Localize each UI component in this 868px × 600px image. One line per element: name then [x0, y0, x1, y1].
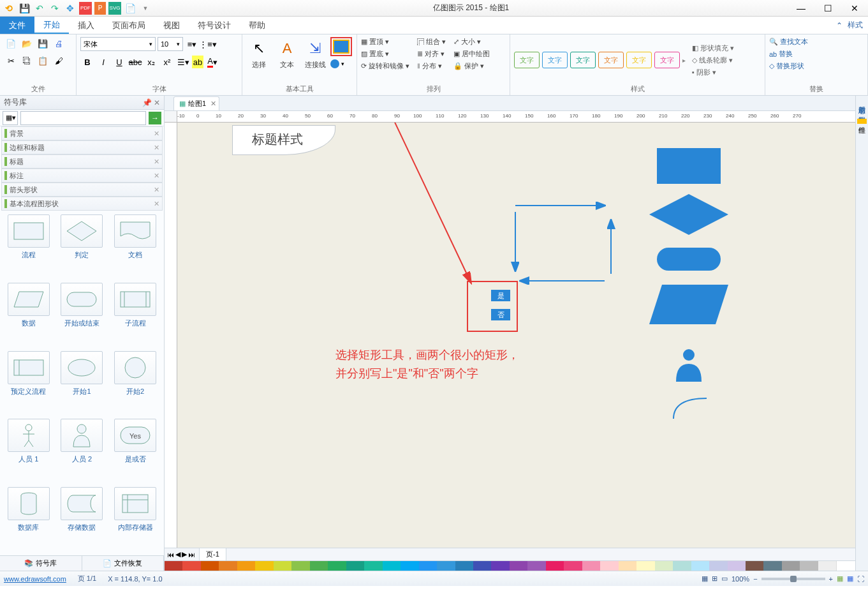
qat-ppt-icon[interactable]: P — [94, 2, 106, 15]
underline-button[interactable]: U — [112, 56, 126, 68]
collapse-ribbon-icon[interactable]: ⌃ — [836, 21, 842, 30]
page-first-icon[interactable]: ⏮ — [167, 551, 174, 559]
close-tab-icon[interactable]: ✕ — [210, 100, 216, 108]
qat-undo-icon[interactable]: ↶ — [33, 2, 46, 15]
shape-person2[interactable]: 人员 2 — [57, 419, 107, 483]
symlib-cat-arrow[interactable]: 箭头形状✕ — [1, 183, 163, 197]
qat-pdf-icon[interactable]: PDF — [79, 2, 92, 15]
replace-icon[interactable]: ab — [769, 50, 777, 58]
line-spacing-icon[interactable]: ☰▾ — [176, 56, 190, 68]
shape-internal-storage[interactable]: 内部存储器 — [110, 487, 160, 551]
fullscreen-icon[interactable]: ⛶ — [857, 575, 864, 583]
font-size-combo[interactable]: 10▾ — [158, 37, 183, 51]
cut-icon[interactable]: ✂ — [4, 54, 18, 67]
demo-arrow-left[interactable] — [515, 274, 611, 287]
font-name-combo[interactable]: 宋体▾ — [80, 37, 156, 51]
demo-arrow-down[interactable] — [509, 212, 522, 276]
qat-dropdown-icon[interactable]: ▼ — [139, 2, 152, 15]
tab-insert[interactable]: 插入 — [69, 17, 103, 34]
style-pane-button[interactable]: 样式 — [848, 20, 863, 31]
shape-document[interactable]: 文档 — [110, 214, 160, 279]
shape-yesno[interactable]: Yes是或否 — [110, 419, 160, 483]
symlib-cat-bg[interactable]: 背景✕ — [1, 126, 163, 140]
paste-icon[interactable]: 📋 — [36, 54, 50, 67]
find-icon[interactable]: 🔍 — [769, 38, 778, 46]
size-icon[interactable]: ⤢ — [453, 38, 459, 46]
shape-person1[interactable]: 人员 1 — [4, 419, 54, 483]
rotate-icon[interactable]: ⟳ — [361, 62, 367, 70]
view-btn-3[interactable]: ▭ — [721, 574, 728, 583]
close-button[interactable]: ✕ — [841, 0, 868, 17]
page-last-icon[interactable]: ⏭ — [188, 551, 195, 559]
shape-predefined[interactable]: 预定义流程 — [4, 351, 54, 416]
align-dropdown-icon[interactable]: ≡▾ — [185, 38, 199, 50]
fill-icon[interactable]: ◧ — [692, 44, 698, 52]
bold-button[interactable]: B — [80, 56, 94, 68]
no-rect[interactable]: 否 — [491, 309, 510, 320]
rail-help[interactable]: 动态帮助 — [857, 98, 867, 103]
outline-icon[interactable]: ◇ — [692, 56, 697, 64]
tab-home[interactable]: 开始 — [34, 17, 69, 34]
style-chip-yellow[interactable]: 文字 — [626, 52, 652, 68]
italic-button[interactable]: I — [96, 56, 110, 68]
format-painter-icon[interactable]: 🖌 — [52, 54, 66, 67]
qat-svg-icon[interactable]: SVG — [108, 2, 121, 15]
symlib-cat-border[interactable]: 边框和标题✕ — [1, 140, 163, 154]
demo-parallelogram[interactable] — [649, 285, 728, 324]
align-icon[interactable]: ≣ — [417, 50, 423, 58]
new-doc-icon[interactable]: 📄 — [4, 37, 18, 50]
shape-start1[interactable]: 开始1 — [57, 351, 107, 416]
page-prev-icon[interactable]: ◀ — [175, 550, 180, 559]
shape-decision[interactable]: 判定 — [57, 214, 107, 279]
copy-icon[interactable]: ⿻ — [20, 54, 34, 67]
superscript-button[interactable]: x² — [160, 56, 174, 68]
rail-misc[interactable]: 组件 — [857, 119, 867, 124]
app-logo-icon[interactable]: ⟲ — [3, 2, 15, 15]
page-next-icon[interactable]: ▶ — [182, 550, 187, 559]
zoom-out-icon[interactable]: − — [753, 575, 757, 583]
replace-shape-icon[interactable]: ◇ — [769, 62, 774, 70]
qat-redo-icon[interactable]: ↷ — [48, 2, 61, 15]
demo-rectangle[interactable] — [657, 148, 721, 184]
symlib-cat-title[interactable]: 标题✕ — [1, 154, 163, 169]
open-icon[interactable]: 📂 — [20, 37, 34, 50]
shape-stored-data[interactable]: 存储数据 — [57, 487, 107, 551]
tab-help[interactable]: 帮助 — [240, 17, 274, 34]
bottom-tab-symlib[interactable]: 📚 符号库 — [0, 556, 82, 571]
style-chip-orange[interactable]: 文字 — [598, 52, 624, 68]
symlib-cat-flowchart[interactable]: 基本流程图形状✕ — [1, 197, 163, 211]
list-dropdown-icon[interactable]: ⋮≡▾ — [201, 38, 215, 50]
highlight-icon[interactable]: ab — [192, 56, 203, 68]
tab-symbol[interactable]: 符号设计 — [189, 17, 240, 34]
style-chip-pink[interactable]: 文字 — [654, 52, 680, 68]
symlib-cat-callout[interactable]: 标注✕ — [1, 169, 163, 183]
style-chip-teal[interactable]: 文字 — [570, 52, 596, 68]
ellipse-tool[interactable] — [330, 59, 339, 68]
subscript-button[interactable]: x₂ — [144, 56, 158, 68]
shape-database[interactable]: 数据库 — [4, 487, 54, 551]
status-icon-a[interactable]: ▦ — [837, 574, 843, 583]
status-url[interactable]: www.edrawsoft.com — [4, 575, 66, 583]
shape-terminator[interactable]: 开始或结束 — [57, 283, 107, 347]
canvas[interactable]: 标题样式 是 否 选择矩形工具，画两个很小的矩形， 并分别写上"是"和"否"两个… — [177, 123, 855, 548]
shadow-icon[interactable]: ▪ — [692, 68, 695, 76]
symlib-go-icon[interactable]: → — [149, 112, 161, 124]
distribute-icon[interactable]: ⫴ — [417, 62, 420, 70]
demo-arc[interactable] — [671, 396, 709, 421]
doc-tab-1[interactable]: ▦ 绘图1 ✕ — [173, 96, 219, 110]
style-chip-blue[interactable]: 文字 — [542, 52, 568, 68]
yes-rect[interactable]: 是 — [491, 290, 510, 301]
demo-terminator[interactable] — [657, 248, 721, 271]
view-btn-2[interactable]: ⊞ — [712, 574, 717, 583]
demo-arrow-right[interactable] — [515, 199, 611, 212]
group-icon[interactable]: ⿸ — [417, 38, 424, 46]
file-menu[interactable]: 文件 — [0, 17, 34, 34]
style-chip-green[interactable]: 文字 — [514, 52, 540, 68]
color-bar[interactable] — [165, 560, 855, 571]
view-btn-1[interactable]: ▦ — [702, 574, 708, 583]
qat-new-icon[interactable]: 📄 — [124, 2, 136, 15]
tab-view[interactable]: 视图 — [154, 17, 189, 34]
font-color-icon[interactable]: A▾ — [205, 56, 219, 68]
shape-start2[interactable]: 开始2 — [110, 351, 160, 416]
minimize-button[interactable]: — — [788, 0, 814, 17]
